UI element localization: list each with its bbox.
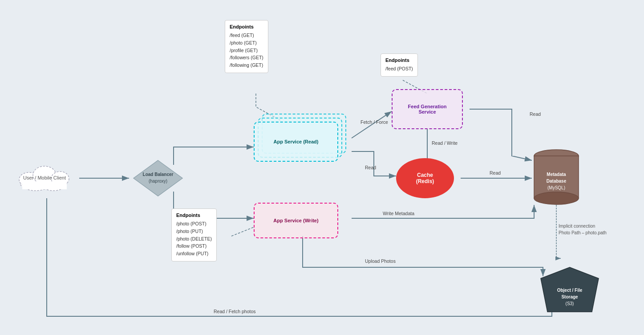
cache-node: Cache(Redis): [396, 158, 454, 198]
svg-text:Database: Database: [547, 179, 567, 184]
endpoint-write-title: Endpoints: [176, 212, 212, 218]
endpoint-read-item-3: /profile (GET): [230, 47, 263, 54]
svg-line-3: [352, 111, 392, 138]
endpoint-write-item-5: /unfollow (PUT): [176, 250, 212, 257]
label-write-metadata: Write Metadata: [383, 211, 414, 216]
user-node: User / Mobile Client: [13, 158, 76, 194]
svg-text:Metadata: Metadata: [547, 172, 566, 177]
label-read-write: Read / Write: [432, 140, 458, 146]
svg-marker-11: [134, 160, 182, 196]
svg-text:Load Balancer: Load Balancer: [143, 172, 174, 177]
svg-rect-10: [22, 181, 67, 189]
endpoint-write-item-2: /photo (PUT): [176, 228, 212, 235]
svg-text:(MySQL): (MySQL): [547, 185, 565, 190]
endpoint-read-item-1: /feed (GET): [230, 32, 263, 39]
app-service-write-node: App Service (Write): [254, 203, 338, 238]
endpoint-feed-title: Endpoints: [385, 57, 413, 63]
svg-text:(haproxy): (haproxy): [149, 179, 167, 184]
svg-point-16: [534, 192, 579, 204]
label-read-cache: Read: [365, 165, 376, 170]
label-read-top: Read: [530, 111, 541, 117]
svg-text:Object / File: Object / File: [557, 288, 583, 293]
endpoint-read-item-2: /photo (GET): [230, 39, 263, 47]
object-storage-node: Object / File Storage (S3): [539, 265, 601, 315]
diagram-container: User / Mobile Client Load Balancer (hapr…: [0, 0, 644, 335]
app-service-read-node: App Service (Read): [254, 114, 352, 167]
label-read-fetch-photos: Read / Fetch photos: [214, 309, 256, 314]
endpoint-read-item-4: /followers (GET): [230, 54, 263, 61]
cache-label: Cache(Redis): [416, 172, 434, 184]
load-balancer-node: Load Balancer (haproxy): [131, 158, 185, 198]
metadata-db-node: Metadata Database (MySQL): [532, 147, 581, 211]
label-implicit-connection: Implicit connectionPhoto Path – photo.pa…: [559, 223, 607, 236]
endpoint-write-box: Endpoints /photo (POST) /photo (PUT) /ph…: [171, 208, 217, 261]
endpoint-write-item-3: /photo (DELETE): [176, 235, 212, 243]
app-service-read-label: App Service (Read): [274, 139, 319, 144]
feed-gen-node: Feed GenerationService: [392, 89, 463, 129]
svg-text:(S3): (S3): [566, 301, 574, 306]
endpoint-read-box: Endpoints /feed (GET) /photo (GET) /prof…: [225, 20, 268, 73]
feed-gen-label: Feed GenerationService: [408, 104, 447, 114]
label-read-metadata: Read: [490, 170, 501, 176]
endpoint-feed-box: Endpoints /feed (POST): [381, 53, 418, 77]
svg-text:Storage: Storage: [561, 294, 578, 299]
label-upload-photos: Upload Photos: [365, 258, 396, 264]
app-service-write-label: App Service (Write): [273, 218, 318, 223]
endpoint-write-item-1: /photo (POST): [176, 220, 212, 228]
endpoint-feed-item-1: /feed (POST): [385, 65, 413, 73]
label-fetch-force: Fetch / Force: [360, 119, 388, 125]
endpoint-read-item-5: /following (GET): [230, 61, 263, 69]
endpoint-write-item-4: /follow (POST): [176, 242, 212, 250]
endpoint-read-title: Endpoints: [230, 24, 263, 29]
